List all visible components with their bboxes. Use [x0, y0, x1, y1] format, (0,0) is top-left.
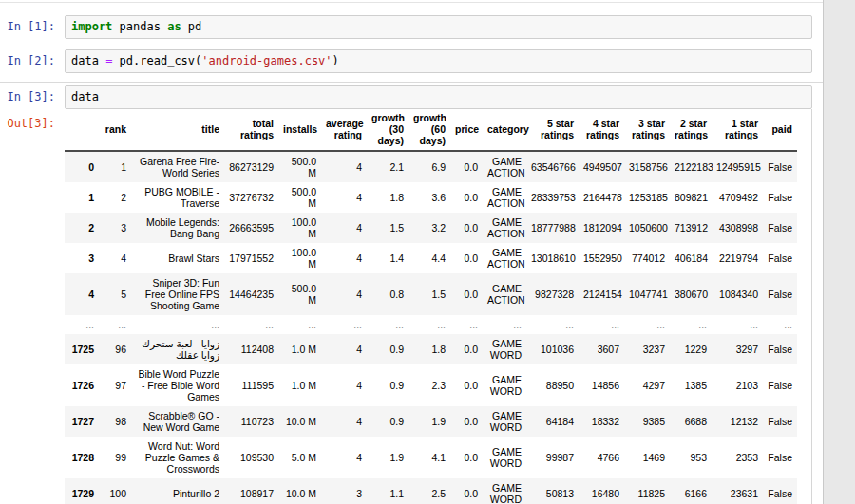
cell: 0.0 — [450, 478, 483, 504]
cell: 6.9 — [408, 151, 450, 182]
cell: 500.0 M — [278, 273, 321, 315]
cell: 0.9 — [367, 364, 408, 406]
code-input-2[interactable]: data = pd.read_csv('android-games.csv') — [65, 49, 812, 73]
cell-separator[interactable] — [0, 2, 823, 3]
cell: 1.0 M — [278, 334, 321, 364]
cell: 12495915 — [712, 151, 763, 182]
cell: False — [763, 182, 797, 213]
cell: 0.0 — [450, 364, 483, 406]
code-text-3: data — [71, 90, 806, 104]
cell: 4297 — [624, 364, 670, 406]
cell: 1 — [99, 151, 131, 182]
column-header: 4 star ratings — [579, 109, 624, 151]
cell: 0.0 — [450, 182, 483, 213]
code-input-3[interactable]: data — [65, 85, 812, 109]
cell: 4 — [99, 243, 131, 273]
cell: False — [763, 151, 797, 182]
cell: Sniper 3D: Fun Free Online FPS Shooting … — [131, 273, 224, 315]
cell: Brawl Stars — [131, 243, 224, 273]
cell: 4.4 — [408, 243, 450, 273]
cell: 3158756 — [624, 151, 670, 182]
cell: 4 — [321, 406, 367, 437]
column-header: 2 star ratings — [670, 109, 712, 151]
cell: 13018610 — [526, 243, 579, 273]
cell: 50813 — [526, 478, 579, 504]
table-row: 01Garena Free Fire- World Series86273129… — [65, 151, 797, 182]
cell: 500.0 M — [278, 151, 321, 182]
cell: 4 — [321, 334, 367, 364]
cell: 3.2 — [408, 213, 450, 243]
column-header: installs — [278, 109, 321, 151]
cell: 63546766 — [526, 151, 579, 182]
cell: 1047741 — [624, 273, 670, 315]
cell: 17971552 — [224, 243, 278, 273]
cell: 5 — [99, 273, 131, 315]
code-cell-3: In [3]: data — [0, 85, 823, 109]
cell: 6688 — [670, 406, 712, 437]
table-row: 23Mobile Legends: Bang Bang26663595100.0… — [65, 213, 797, 243]
cell: 4 — [321, 364, 367, 406]
cell: GAME WORD — [483, 334, 526, 364]
cell: 2.5 — [408, 478, 450, 504]
cell: False — [763, 478, 797, 504]
cell: 1385 — [670, 364, 712, 406]
cell: False — [763, 273, 797, 315]
cell: 2164478 — [579, 182, 624, 213]
input-prompt-1: In [1]: — [0, 15, 65, 39]
cell: Scrabble® GO - New Word Game — [131, 406, 224, 437]
table-row: 34Brawl Stars17971552100.0 M41.44.40.0GA… — [65, 243, 797, 273]
cell: Pinturillo 2 — [131, 478, 224, 504]
cell: 1.8 — [367, 182, 408, 213]
cell: 2103 — [712, 364, 763, 406]
cell: زوايا - لعبة ستحرك زوايا عقلك — [131, 334, 224, 364]
column-header — [65, 109, 99, 151]
table-row: ........................................… — [65, 315, 797, 334]
cell: 9827328 — [526, 273, 579, 315]
column-header: 5 star ratings — [526, 109, 579, 151]
cell: ... — [408, 315, 450, 334]
cell: GAME ACTION — [483, 243, 526, 273]
cell: ... — [99, 315, 131, 334]
cell: GAME ACTION — [483, 182, 526, 213]
cell: 96 — [99, 334, 131, 364]
cell: 1.5 — [408, 273, 450, 315]
cell: 4 — [321, 151, 367, 182]
cell: GAME ACTION — [483, 273, 526, 315]
cell: GAME ACTION — [483, 151, 526, 182]
cell: 5.0 M — [278, 437, 321, 478]
row-index: 2 — [65, 213, 99, 243]
notebook-page: In [1]: import pandas as pd In [2]: data… — [0, 0, 823, 504]
cell: 4.1 — [408, 437, 450, 478]
cell: 4 — [321, 273, 367, 315]
cell: 0.8 — [367, 273, 408, 315]
cell: 500.0 M — [278, 182, 321, 213]
cell: 11825 — [624, 478, 670, 504]
column-header: paid — [763, 109, 797, 151]
column-header: 3 star ratings — [624, 109, 670, 151]
output-region: Out[3]: ranktitletotal ratingsinstallsav… — [0, 109, 812, 504]
cell-separator[interactable] — [0, 82, 823, 83]
code-token: pd — [181, 20, 202, 33]
cell: 2122183 — [670, 151, 712, 182]
code-token: data — [71, 54, 105, 67]
cell: 1.9 — [367, 437, 408, 478]
code-input-1[interactable]: import pandas as pd — [65, 15, 812, 39]
column-header: category — [483, 109, 526, 151]
code-token: pandas — [112, 20, 167, 33]
cell: 18332 — [579, 406, 624, 437]
cell: ... — [224, 315, 278, 334]
cell: 101036 — [526, 334, 579, 364]
cell: 2124154 — [579, 273, 624, 315]
column-header: price — [450, 109, 483, 151]
cell: 1.5 — [367, 213, 408, 243]
cell: ... — [712, 315, 763, 334]
cell: 100.0 M — [278, 243, 321, 273]
cell: 1084340 — [712, 273, 763, 315]
cell: ... — [278, 315, 321, 334]
cell: 1229 — [670, 334, 712, 364]
cell: 3 — [99, 213, 131, 243]
cell: 99 — [99, 437, 131, 478]
cell: ... — [526, 315, 579, 334]
cell: 3 — [321, 478, 367, 504]
dataframe-table: ranktitletotal ratingsinstallsaverage ra… — [65, 109, 797, 504]
